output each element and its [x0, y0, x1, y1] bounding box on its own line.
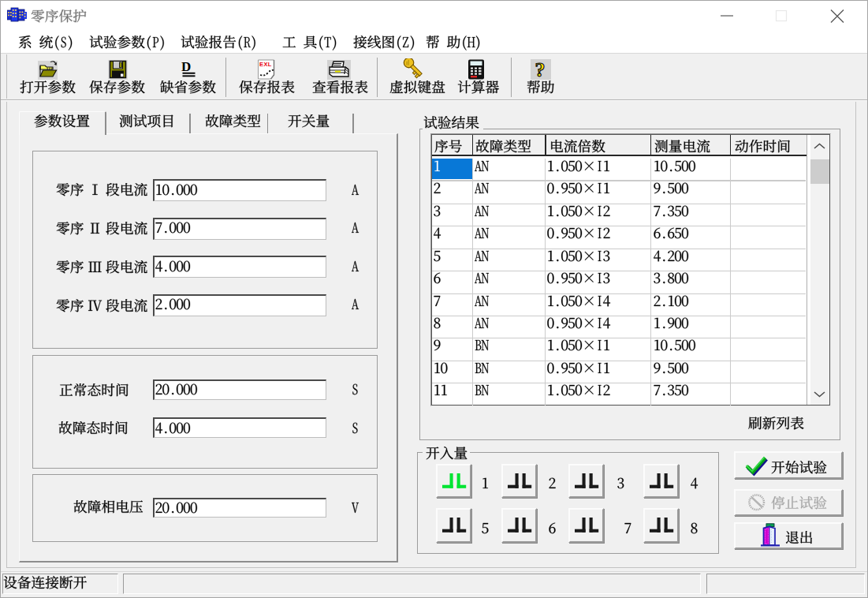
svg-text:?: ?: [535, 59, 546, 80]
svg-text:EXL: EXL: [259, 61, 272, 68]
